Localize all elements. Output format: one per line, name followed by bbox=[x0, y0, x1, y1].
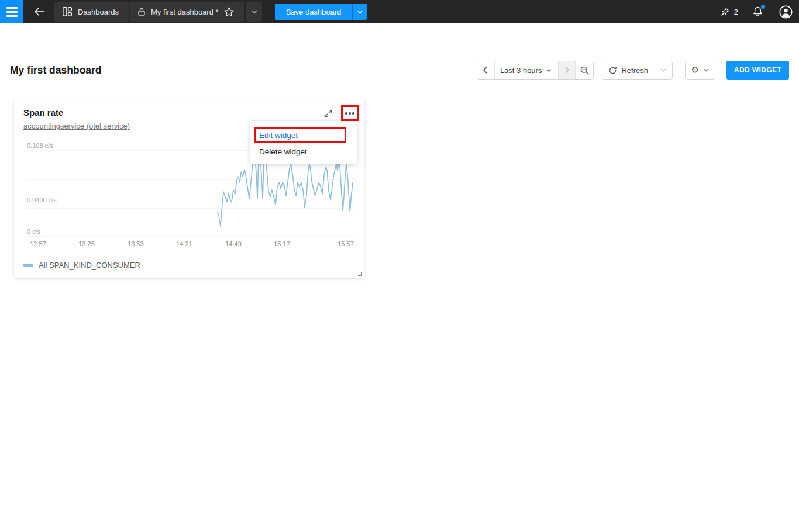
y-tick-label: 0.0400 c/s bbox=[27, 196, 60, 205]
save-dashboard-split-button: Save dashboard bbox=[275, 4, 367, 20]
chevron-down-icon bbox=[357, 9, 363, 15]
timeframe-selector[interactable]: Last 3 hours bbox=[495, 61, 559, 79]
timeframe-zoom-out-button[interactable] bbox=[576, 61, 593, 79]
dashboard-settings-controls: ⚙ bbox=[685, 61, 715, 80]
add-widget-button[interactable]: ADD WIDGET bbox=[726, 61, 789, 80]
x-tick-label: 14:21 bbox=[176, 240, 192, 247]
refresh-controls: Refresh bbox=[602, 61, 673, 80]
x-tick-label: 15:57 bbox=[337, 240, 354, 247]
chevron-down-icon bbox=[660, 67, 667, 74]
favorite-star-icon[interactable] bbox=[223, 6, 235, 18]
notifications-button[interactable] bbox=[752, 5, 764, 18]
save-dashboard-button[interactable]: Save dashboard bbox=[275, 4, 352, 20]
y-tick-label: 0 c/s bbox=[27, 228, 43, 236]
x-tick-label: 15:17 bbox=[274, 240, 290, 247]
widget-context-menu: Edit widget Delete widget bbox=[250, 121, 357, 164]
timeframe-back-button[interactable] bbox=[477, 61, 495, 79]
x-tick-label: 13:25 bbox=[78, 240, 95, 247]
menu-item-delete-widget[interactable]: Delete widget bbox=[250, 143, 357, 160]
timeframe-label: Last 3 hours bbox=[500, 66, 542, 75]
chevron-down-icon bbox=[251, 8, 258, 15]
header-right-actions: 2 bbox=[720, 0, 799, 23]
app-root: Dashboards My first dashboard * Sav bbox=[0, 0, 799, 532]
refresh-icon bbox=[608, 66, 617, 75]
legend-label: All SPAN_KIND_CONSUMER bbox=[39, 261, 140, 270]
gear-icon: ⚙ bbox=[691, 66, 699, 75]
settings-dropdown-button[interactable]: ⚙ bbox=[686, 61, 715, 79]
y-tick-label: 0.108 c/s bbox=[27, 142, 56, 150]
refresh-label: Refresh bbox=[621, 66, 648, 75]
tab-options-dropdown[interactable] bbox=[246, 2, 262, 22]
dashboard-tab[interactable]: My first dashboard * bbox=[130, 2, 244, 22]
hamburger-menu-button[interactable] bbox=[0, 0, 23, 23]
timeframe-forward-button[interactable] bbox=[559, 61, 576, 79]
page-title: My first dashboard bbox=[10, 64, 102, 77]
dashboards-grid-icon bbox=[62, 6, 73, 17]
refresh-button[interactable]: Refresh bbox=[602, 61, 655, 79]
back-button[interactable] bbox=[32, 2, 47, 21]
x-tick-label: 12:57 bbox=[30, 240, 46, 247]
breadcrumb-label: Dashboards bbox=[78, 8, 119, 16]
back-arrow-icon bbox=[34, 7, 44, 16]
timeframe-controls: Last 3 hours bbox=[477, 61, 594, 80]
chevron-down-icon bbox=[546, 67, 552, 74]
notification-dot-badge bbox=[761, 5, 765, 9]
legend-swatch bbox=[23, 264, 33, 267]
dashboard-tab-title: My first dashboard * bbox=[151, 8, 219, 16]
x-tick-label: 13:53 bbox=[128, 240, 144, 247]
chevron-left-icon bbox=[481, 65, 490, 75]
zoom-out-icon bbox=[580, 65, 590, 75]
breadcrumb-dashboards[interactable]: Dashboards bbox=[54, 2, 129, 22]
pin-count-badge: 2 bbox=[734, 8, 738, 16]
user-avatar[interactable] bbox=[779, 5, 793, 19]
chevron-down-icon bbox=[703, 67, 709, 73]
menu-item-edit-widget[interactable]: Edit widget bbox=[250, 127, 357, 143]
lock-icon bbox=[137, 7, 146, 16]
x-tick-label: 14:49 bbox=[225, 240, 242, 247]
pin-icon bbox=[720, 7, 730, 17]
pinned-items-button[interactable]: 2 bbox=[720, 7, 738, 17]
chevron-right-icon bbox=[562, 65, 571, 75]
chart-legend[interactable]: All SPAN_KIND_CONSUMER bbox=[23, 261, 140, 270]
top-header: Dashboards My first dashboard * Sav bbox=[0, 0, 799, 23]
refresh-options-dropdown[interactable] bbox=[655, 61, 673, 79]
save-dashboard-dropdown[interactable] bbox=[352, 4, 367, 20]
